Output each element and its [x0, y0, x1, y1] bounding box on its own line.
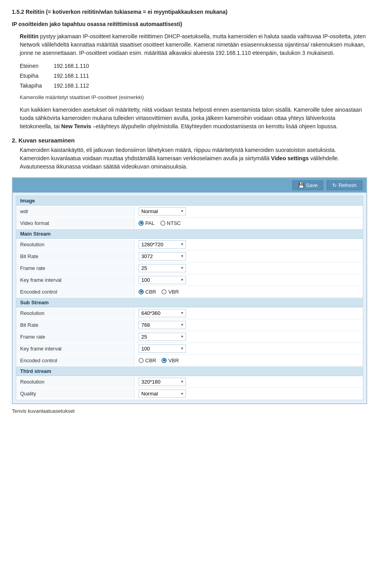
para-ip-bold: IP osoitteiden jako tapahtuu osassa reit…: [12, 20, 367, 28]
main-resolution-value: 1280*720: [135, 239, 190, 250]
address-label-eteinen: Eteinen: [20, 61, 54, 71]
sub-vbr-radio-item[interactable]: VBR: [161, 358, 179, 363]
pal-label: PAL: [145, 220, 155, 226]
video-format-radio-group: PAL NTSC: [139, 220, 181, 226]
reititin-bold: Reititin: [20, 33, 38, 39]
section-2-heading: 2. Kuvan seuraaminen: [12, 137, 367, 144]
main-resolution-label: Resolution: [16, 240, 135, 249]
third-resolution-select-wrapper[interactable]: 320*180: [139, 378, 186, 386]
third-quality-label: Quality: [16, 389, 135, 399]
main-framerate-row: Frame rate 25: [16, 262, 363, 274]
sub-keyframe-select[interactable]: 100: [139, 345, 186, 353]
sub-resolution-label: Resolution: [16, 308, 135, 318]
sub-vbr-radio-dot: [161, 358, 167, 363]
main-cbr-radio-item[interactable]: CBR: [139, 289, 156, 295]
sub-bitrate-select-wrapper[interactable]: 768: [139, 321, 186, 329]
address-caption: Kameroille määritetyt staattiset IP-osoi…: [20, 93, 367, 102]
sub-encoded-radio-group: CBR VBR: [139, 358, 179, 363]
para1-text: Reititin pystyy jakamaan IP-osoitteet ka…: [20, 32, 367, 57]
wdr-value: Normal: [135, 206, 190, 217]
sub-vbr-label: VBR: [168, 358, 179, 363]
sub-resolution-value: 640*360: [135, 307, 190, 319]
save-button[interactable]: 💾 Save: [292, 180, 324, 190]
sub-keyframe-select-wrapper[interactable]: 100: [139, 345, 186, 353]
main-encoded-value: CBR VBR: [135, 287, 183, 296]
sub-bitrate-row: Bit Rate 768: [16, 319, 363, 331]
main-framerate-label: Frame rate: [16, 263, 135, 273]
video-settings-panel: 💾 Save ↻ Refresh Image wdr Normal Video …: [12, 177, 367, 404]
third-quality-select-wrapper[interactable]: Normal: [139, 390, 186, 398]
main-keyframe-select-wrapper[interactable]: 100: [139, 276, 186, 284]
main-resolution-row: Resolution 1280*720: [16, 239, 363, 251]
main-bitrate-value: 3072: [135, 251, 190, 262]
sub-encoded-row: Encoded control CBR VBR: [16, 355, 363, 367]
main-encoded-radio-group: CBR VBR: [139, 289, 179, 295]
ntsc-radio-item[interactable]: NTSC: [160, 220, 181, 226]
main-encoded-label: Encoded control: [16, 287, 135, 297]
main-encoded-row: Encoded control CBR VBR: [16, 286, 363, 298]
address-val-takapiha: 192.168.1.112: [54, 81, 101, 91]
sub-resolution-select-wrapper[interactable]: 640*360: [139, 309, 186, 317]
address-row-3: Takapiha 192.168.1.112: [20, 81, 101, 91]
sub-encoded-label: Encoded control: [16, 356, 135, 365]
wdr-select-wrapper[interactable]: Normal: [139, 207, 186, 215]
third-quality-select[interactable]: Normal: [139, 390, 186, 398]
address-label-etupiha: Etupiha: [20, 71, 54, 81]
wdr-label: wdr: [16, 206, 135, 216]
section-2-block: 2. Kuvan seuraaminen Kameroiden kaistank…: [12, 137, 367, 171]
main-framerate-select[interactable]: 25: [139, 264, 186, 272]
main-keyframe-value: 100: [135, 274, 190, 286]
wdr-row: wdr Normal: [16, 206, 363, 217]
main-bitrate-select-wrapper[interactable]: 3072: [139, 252, 186, 260]
sub-cbr-radio-item[interactable]: CBR: [139, 358, 156, 363]
heading-1-5-2: 1.5.2 Reititin (= kotiverkon reititin/wl…: [12, 8, 367, 16]
refresh-button[interactable]: ↻ Refresh: [326, 180, 362, 190]
main-framerate-value: 25: [135, 262, 190, 274]
main-vbr-radio-dot: [161, 289, 167, 294]
para1-bold-text: IP osoitteiden jako tapahtuu osassa reit…: [12, 21, 182, 27]
address-row-2: Etupiha 192.168.1.111: [20, 71, 101, 81]
wdr-select[interactable]: Normal: [139, 207, 186, 215]
sub-resolution-row: Resolution 640*360: [16, 307, 363, 319]
third-resolution-value: 320*180: [135, 376, 190, 388]
sub-keyframe-label: Key frame interval: [16, 344, 135, 354]
main-framerate-select-wrapper[interactable]: 25: [139, 264, 186, 272]
panel-toolbar: 💾 Save ↻ Refresh: [13, 178, 366, 193]
third-stream-section-header: Third stream: [16, 367, 363, 376]
section-1-5-2-heading: 1.5.2 Reititin (= kotiverkon reititin/wl…: [12, 9, 227, 15]
refresh-label: Refresh: [338, 182, 356, 188]
sub-framerate-select[interactable]: 25: [139, 333, 186, 341]
third-quality-row: Quality Normal: [16, 388, 363, 400]
refresh-icon: ↻: [332, 182, 337, 188]
para2: Kun kaikkien kameroiden asetukset oli mä…: [20, 106, 367, 131]
third-resolution-select[interactable]: 320*180: [139, 378, 186, 386]
sub-resolution-select[interactable]: 640*360: [139, 309, 186, 317]
main-keyframe-label: Key frame interval: [16, 275, 135, 285]
video-format-label: Video format: [16, 218, 135, 228]
main-keyframe-select[interactable]: 100: [139, 276, 186, 284]
video-format-value: PAL NTSC: [135, 219, 185, 228]
pal-radio-item[interactable]: PAL: [139, 220, 155, 226]
sub-framerate-value: 25: [135, 331, 190, 343]
main-cbr-radio-dot: [139, 289, 144, 294]
sub-framerate-select-wrapper[interactable]: 25: [139, 333, 186, 341]
ntsc-radio-dot: [160, 221, 165, 226]
sub-bitrate-value: 768: [135, 319, 190, 331]
main-vbr-radio-item[interactable]: VBR: [161, 289, 179, 295]
new-tenvis-bold: New Tenvis: [61, 123, 91, 129]
sub-cbr-radio-dot: [139, 358, 144, 363]
main-bitrate-select[interactable]: 3072: [139, 252, 186, 260]
sub-bitrate-select[interactable]: 768: [139, 321, 186, 329]
section-2-para: Kameroiden kaistankäyttö, eli jatkuvan t…: [20, 146, 367, 171]
ntsc-label: NTSC: [167, 220, 181, 226]
main-resolution-select-wrapper[interactable]: 1280*720: [139, 240, 186, 249]
third-quality-value: Normal: [135, 388, 190, 399]
main-cbr-label: CBR: [145, 289, 156, 295]
sub-cbr-label: CBR: [145, 358, 156, 363]
main-bitrate-label: Bit Rate: [16, 251, 135, 261]
main-resolution-select[interactable]: 1280*720: [139, 240, 186, 249]
video-format-row: Video format PAL NTSC: [16, 217, 363, 229]
save-icon: 💾: [298, 182, 304, 188]
sub-keyframe-value: 100: [135, 343, 190, 354]
third-resolution-row: Resolution 320*180: [16, 376, 363, 388]
